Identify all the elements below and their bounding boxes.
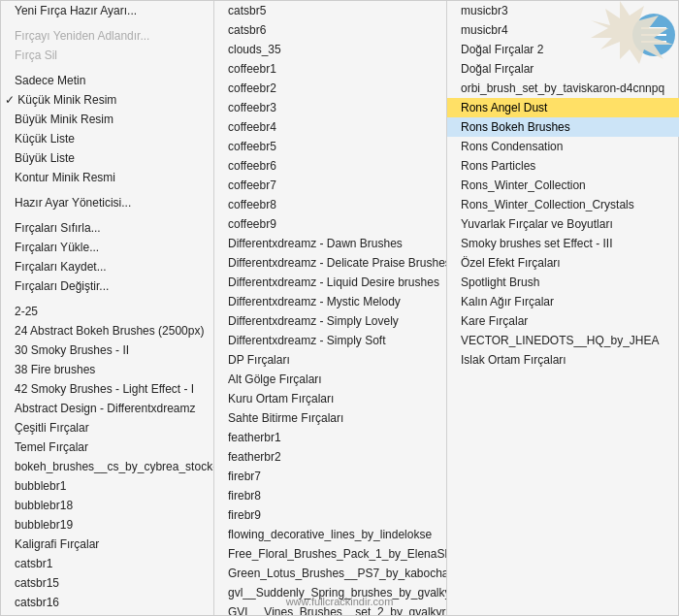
list-item[interactable]: Rons_Winter_Collection_Crystals: [447, 195, 679, 214]
list-item[interactable]: Rons Angel Dust: [447, 98, 679, 117]
menu-item-30-smoky[interactable]: 30 Smoky Brushes - II: [1, 340, 213, 360]
list-item[interactable]: clouds_35: [214, 40, 446, 59]
menu-item-only-text[interactable]: Sadece Metin: [1, 71, 213, 90]
list-item[interactable]: Özel Efekt Fırçaları: [447, 253, 679, 273]
list-item[interactable]: coffeebr6: [214, 156, 446, 176]
menu-item-temel[interactable]: Temel Fırçalar: [1, 438, 213, 457]
menu-item-bubblebr19[interactable]: bubblebr19: [1, 515, 213, 535]
list-item[interactable]: Spotlight Brush: [447, 273, 679, 292]
list-item[interactable]: GVL__Vines_Brushes__set_2_by_gvalkyrie: [214, 602, 446, 615]
list-item[interactable]: Differentxdreamz - Mystic Melody: [214, 292, 446, 311]
menu-item-catsbr16[interactable]: catsbr16: [1, 593, 213, 612]
list-item[interactable]: Green_Lotus_Brushes__PS7_by_kabocha: [214, 564, 446, 583]
menu-item-stroke-thumb[interactable]: Kontur Minik Resmi: [1, 168, 213, 187]
menu-container: Yeni Fırça Hazır Ayarı...Fırçayı Yeniden…: [0, 0, 679, 616]
list-item[interactable]: Free_Floral_Brushes_Pack_1_by_ElenaSham: [214, 544, 446, 564]
list-item[interactable]: Kuru Ortam Fırçaları: [214, 389, 446, 408]
menu-item-bubblebr1[interactable]: bubblebr1: [1, 476, 213, 496]
column-2: catsbr5catsbr6clouds_35coffeebr1coffeebr…: [214, 1, 447, 615]
list-item[interactable]: Islak Ortam Fırçaları: [447, 350, 679, 370]
menu-item-catsbr15[interactable]: catsbr15: [1, 573, 213, 593]
list-item[interactable]: flowing_decorative_lines_by_lindelokse: [214, 525, 446, 544]
list-item[interactable]: coffeebr2: [214, 79, 446, 98]
list-item[interactable]: Sahte Bitirme Fırçaları: [214, 408, 446, 428]
list-item[interactable]: coffeebr8: [214, 195, 446, 214]
list-item[interactable]: DP Fırçaları: [214, 350, 446, 370]
menu-item-bokeh-brushes[interactable]: bokeh_brushes__cs_by_cybrea_stock-d4pef4…: [1, 457, 213, 476]
list-item[interactable]: Doğal Fırçalar 2: [447, 40, 679, 59]
list-item[interactable]: Smoky brushes set Effect - III: [447, 234, 679, 253]
menu-item-new-brush[interactable]: Yeni Fırça Hazır Ayarı...: [1, 1, 213, 20]
menu-item-rename-brush: Fırçayı Yeniden Adlandır...: [1, 26, 213, 46]
list-item[interactable]: Rons Bokeh Brushes: [447, 117, 679, 137]
list-item[interactable]: firebr7: [214, 467, 446, 486]
menu-item-catsbr2[interactable]: catsbr2: [1, 612, 213, 615]
list-item[interactable]: Doğal Fırçalar: [447, 59, 679, 79]
list-item[interactable]: Kalın Ağır Fırçalar: [447, 292, 679, 311]
menu-item-catsbr1[interactable]: catsbr1: [1, 554, 213, 573]
list-item[interactable]: Differentxdreamz - Simply Lovely: [214, 311, 446, 331]
list-item[interactable]: musicbr4: [447, 20, 679, 40]
list-item[interactable]: Rons Condensation: [447, 137, 679, 156]
menu-item-delete-brush: Fırça Sil: [1, 46, 213, 65]
list-item[interactable]: Kare Fırçalar: [447, 311, 679, 331]
menu-item-large-thumb[interactable]: Büyük Minik Resim: [1, 110, 213, 129]
list-item[interactable]: coffeebr9: [214, 214, 446, 234]
menu-item-load-brushes[interactable]: Fırçaları Yükle...: [1, 238, 213, 257]
list-item[interactable]: Differentxdreamz - Delicate Praise Brush…: [214, 253, 446, 273]
menu-item-reset-brushes[interactable]: Fırçaları Sıfırla...: [1, 218, 213, 238]
menu-item-large-list[interactable]: Büyük Liste: [1, 148, 213, 168]
list-item[interactable]: coffeebr4: [214, 117, 446, 137]
list-item[interactable]: featherbr1: [214, 428, 446, 447]
list-item[interactable]: firebr9: [214, 505, 446, 525]
list-item[interactable]: Alt Gölge Fırçaları: [214, 370, 446, 389]
list-item[interactable]: Rons_Winter_Collection: [447, 176, 679, 195]
list-item[interactable]: Differentxdreamz - Dawn Brushes: [214, 234, 446, 253]
column-3: musicbr3musicbr4Doğal Fırçalar 2Doğal Fı…: [447, 1, 679, 615]
menu-item-small-thumb[interactable]: Küçük Minik Resim: [1, 90, 213, 110]
menu-item-24-bokeh[interactable]: 24 Abstract Bokeh Brushes (2500px): [1, 321, 213, 340]
menu-item-save-brushes[interactable]: Fırçaları Kaydet...: [1, 257, 213, 276]
list-item[interactable]: coffeebr7: [214, 176, 446, 195]
list-item[interactable]: VECTOR_LINEDOTS__HQ_by_JHEA: [447, 331, 679, 350]
list-item[interactable]: musicbr3: [447, 1, 679, 20]
list-item[interactable]: coffeebr1: [214, 59, 446, 79]
menu-item-2-25[interactable]: 2-25: [1, 302, 213, 321]
list-item[interactable]: featherbr2: [214, 447, 446, 467]
list-item[interactable]: Differentxdreamz - Simply Soft: [214, 331, 446, 350]
list-item[interactable]: Differentxdreamz - Liquid Desire brushes: [214, 273, 446, 292]
list-item[interactable]: coffeebr5: [214, 137, 446, 156]
menu-item-small-list[interactable]: Küçük Liste: [1, 129, 213, 148]
menu-item-cesitli[interactable]: Çeşitli Fırçalar: [1, 418, 213, 438]
menu-item-38-fire[interactable]: 38 Fire brushes: [1, 360, 213, 379]
menu-item-preset-manager[interactable]: Hazır Ayar Yöneticisi...: [1, 193, 213, 212]
list-item[interactable]: gvl__Suddenly_Spring_brushes_by_gvalkyri…: [214, 583, 446, 602]
list-item[interactable]: catsbr6: [214, 20, 446, 40]
list-item[interactable]: Rons Particles: [447, 156, 679, 176]
list-item[interactable]: Yuvarlak Fırçalar ve Boyutları: [447, 214, 679, 234]
column-1: Yeni Fırça Hazır Ayarı...Fırçayı Yeniden…: [1, 1, 214, 615]
list-item[interactable]: firebr8: [214, 486, 446, 505]
list-item[interactable]: catsbr5: [214, 1, 446, 20]
menu-item-42-smoky[interactable]: 42 Smoky Brushes - Light Effect - I: [1, 379, 213, 399]
menu-item-replace-brushes[interactable]: Fırçaları Değiştir...: [1, 276, 213, 296]
menu-item-kaligrafi[interactable]: Kaligrafi Fırçalar: [1, 535, 213, 554]
menu-item-bubblebr18[interactable]: bubblebr18: [1, 496, 213, 515]
list-item[interactable]: orbi_brush_set_by_taviskaron-d4cnnpq: [447, 79, 679, 98]
menu-item-abstract-design[interactable]: Abstract Design - Differentxdreamz: [1, 399, 213, 418]
list-item[interactable]: coffeebr3: [214, 98, 446, 117]
